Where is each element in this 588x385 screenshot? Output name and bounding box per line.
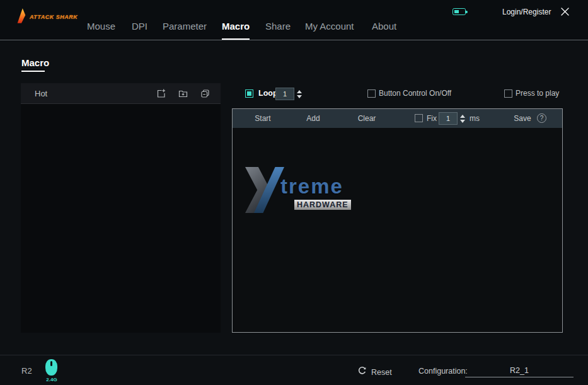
- nav-item-dpi[interactable]: DPI: [132, 21, 147, 32]
- status-footer: R2 2.4G Reset Configuration: R2_1: [0, 355, 588, 385]
- reset-icon: [357, 366, 367, 378]
- increment-icon[interactable]: [460, 115, 465, 118]
- brand-logo: ATTACK SHARK: [16, 7, 78, 27]
- nav-item-about[interactable]: About: [372, 21, 396, 32]
- reset-button[interactable]: Reset: [357, 366, 392, 378]
- battery-icon: [453, 8, 466, 15]
- watermark-treme-text: treme: [280, 175, 343, 198]
- button-control-label: Button Control On/Off: [379, 89, 451, 98]
- configuration-label: Configuration:: [418, 367, 468, 376]
- configuration-name-field[interactable]: R2_1: [465, 364, 574, 377]
- clear-button[interactable]: Clear: [353, 114, 381, 123]
- xtreme-hardware-watermark: treme HARDWARE: [245, 167, 352, 216]
- battery-tip: [466, 11, 468, 13]
- editor-toolbar: Start Add Clear Fix 1 ms Save ?: [233, 109, 562, 128]
- decrement-icon[interactable]: [460, 120, 465, 123]
- loop-checkbox[interactable]: [245, 89, 253, 98]
- brand-name: ATTACK SHARK: [30, 14, 78, 20]
- nav-item-my-account[interactable]: My Account: [305, 21, 354, 32]
- macro-group-label: Hot: [35, 83, 47, 104]
- page-title: Macro: [21, 57, 49, 68]
- button-control-checkbox[interactable]: [367, 89, 376, 98]
- add-button[interactable]: Add: [301, 114, 326, 123]
- new-macro-icon[interactable]: [156, 88, 166, 99]
- loop-count-arrows[interactable]: [294, 90, 302, 98]
- shark-fin-icon: [16, 7, 27, 27]
- fix-label: Fix: [427, 114, 437, 123]
- nav-item-mouse[interactable]: Mouse: [87, 21, 115, 32]
- loop-count-value[interactable]: 1: [275, 88, 294, 100]
- increment-icon[interactable]: [297, 90, 302, 93]
- macro-editor-panel: Start Add Clear Fix 1 ms Save ? treme HA…: [232, 108, 563, 333]
- mouse-icon: [45, 359, 57, 376]
- nav-item-macro[interactable]: Macro: [222, 21, 250, 32]
- top-navbar: ATTACK SHARK Mouse DPI Parameter Macro S…: [0, 0, 588, 40]
- press-to-play-label: Press to play: [516, 89, 559, 98]
- active-tab-underline: [222, 38, 250, 40]
- fix-checkbox[interactable]: [415, 114, 423, 122]
- nav-item-share[interactable]: Share: [265, 21, 291, 32]
- nav-item-parameter[interactable]: Parameter: [163, 21, 207, 32]
- mouse-wheel-shape: [50, 361, 52, 366]
- press-to-play-checkbox[interactable]: [504, 89, 512, 98]
- loop-label: Loop: [258, 89, 278, 98]
- copy-icon[interactable]: [200, 88, 210, 99]
- fix-delay-arrows[interactable]: [458, 115, 465, 123]
- help-icon[interactable]: ?: [537, 113, 546, 123]
- device-name: R2: [21, 366, 32, 376]
- start-button[interactable]: Start: [248, 114, 278, 123]
- battery-level-fill: [454, 10, 459, 13]
- ms-unit-label: ms: [470, 114, 480, 123]
- macro-list-header: Hot: [21, 83, 221, 104]
- connection-badge: 2.4G: [44, 377, 59, 382]
- app-window: { "colors": { "accent": "#3EDFCB", "bran…: [0, 0, 588, 385]
- checkbox-fill: [247, 91, 251, 96]
- fix-delay-stepper[interactable]: 1: [439, 112, 465, 125]
- macro-list-actions: [156, 83, 210, 104]
- decrement-icon[interactable]: [297, 95, 302, 98]
- reset-label: Reset: [371, 368, 392, 377]
- macro-list-panel: Hot: [21, 83, 221, 333]
- close-icon[interactable]: [560, 7, 570, 17]
- add-folder-icon[interactable]: [178, 88, 188, 99]
- fix-delay-value[interactable]: 1: [439, 112, 458, 125]
- loop-count-stepper[interactable]: 1: [275, 88, 302, 100]
- save-button[interactable]: Save: [510, 114, 534, 123]
- login-register-link[interactable]: Login/Register: [502, 8, 551, 16]
- watermark-hardware-text: HARDWARE: [294, 200, 351, 210]
- page-title-underline: [21, 71, 45, 72]
